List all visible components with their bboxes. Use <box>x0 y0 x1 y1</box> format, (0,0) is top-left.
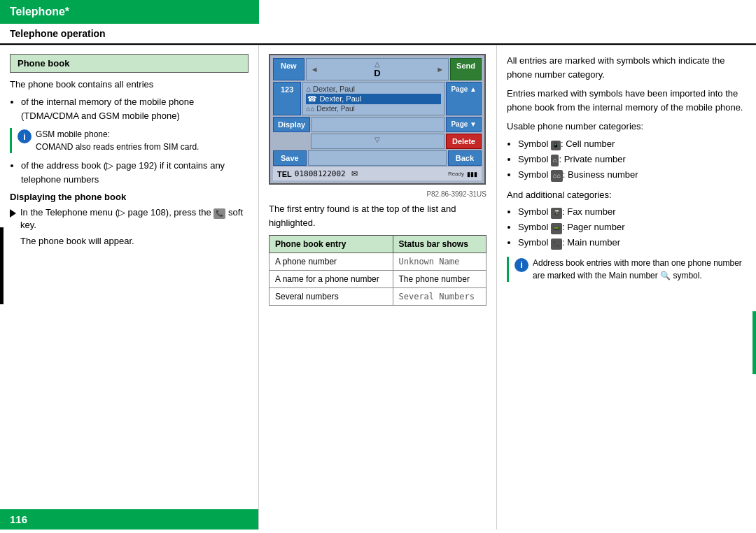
phone-screen-top: ◄ △ D ► <box>306 58 449 80</box>
displaying-heading: Displaying the phone book <box>10 192 248 202</box>
info-icon-right: i <box>514 258 528 272</box>
nav-right-arrow[interactable]: ► <box>436 65 444 73</box>
col1-header: Phone book entry <box>270 236 393 253</box>
arrow-icon <box>10 209 16 218</box>
usable-bullet-3: Symbol ⌂⌂: Business number <box>518 167 746 183</box>
usable-bullets: Symbol 📱: Cell number Symbol ⌂: Private … <box>518 136 746 183</box>
step1-text: In the Telephone menu (▷ page 108), pres… <box>20 206 248 232</box>
subheader-bar: Telephone operation <box>0 24 259 45</box>
right-para1: All entries are marked with symbols whic… <box>507 54 746 81</box>
signal-icon: ▮▮▮ <box>467 171 477 178</box>
phone-ui: New ◄ △ D ► Send <box>269 54 486 185</box>
phone-names: ⌂ Dexter, Paul ☎ Dexter, Paul ⌂⌂ Dexter,… <box>302 82 444 115</box>
home-icon: ⌂ <box>551 155 559 166</box>
phone-book-bullets: of the internal memory of the mobile pho… <box>21 95 248 122</box>
page-title: Telephone* <box>10 6 69 17</box>
bullet-item-1: of the internal memory of the mobile pho… <box>21 95 248 122</box>
table-row-2: A name for a phone number The phone numb… <box>270 271 486 288</box>
phone-book-bullets-2: of the address book (▷ page 192) if it c… <box>21 159 248 186</box>
intro-text: The phone book contains all entries <box>10 78 248 91</box>
info-text-gsm: GSM mobile phone: COMAND also reads entr… <box>36 128 199 153</box>
bullet-item-2: of the address book (▷ page 192) if it c… <box>21 159 248 186</box>
nav-left-arrow[interactable]: ◄ <box>311 65 318 73</box>
tel-row: TEL 01808122002 ✉ Ready ▮▮▮ <box>273 167 482 180</box>
usable-label: Usable phone number categories: <box>507 120 746 134</box>
phonebook-table: Phone book entry Status bar shows A phon… <box>269 235 486 306</box>
caption-text: P82.86-3992-31US <box>269 190 486 198</box>
row2-col2: The phone number <box>393 271 486 288</box>
btn-send[interactable]: Send <box>450 58 482 80</box>
info-box-gsm: i GSM mobile phone: COMAND also reads en… <box>10 128 248 153</box>
btn-save[interactable]: Save <box>273 150 307 166</box>
row3-col2: Several Numbers <box>393 288 486 306</box>
btn-new[interactable]: New <box>273 58 304 80</box>
ready-label: Ready <box>448 171 464 177</box>
subtitle: Telephone operation <box>10 28 106 39</box>
soft-key-icon: 📞 <box>214 208 225 219</box>
add-bullet-3: Symbol 📞: Main number <box>518 235 746 250</box>
page-number-bar: 116 <box>0 509 259 530</box>
info-text-right: Address book entries with more than one … <box>533 257 746 282</box>
tel-label: TEL <box>277 170 292 178</box>
btn-page-up[interactable]: Page ▲ <box>446 82 482 115</box>
usable-bullet-2: Symbol ⌂: Private number <box>518 152 746 167</box>
name2-selected: ☎ Dexter, Paul <box>306 94 441 104</box>
phone-book-section-box: Phone book <box>10 54 248 73</box>
additional-bullets: Symbol 📠: Fax number Symbol 📟: Pager num… <box>518 204 746 250</box>
name1: ⌂ Dexter, Paul <box>306 84 441 94</box>
tel-number: 01808122002 <box>295 169 346 178</box>
add-bullet-1: Symbol 📠: Fax number <box>518 204 746 220</box>
table-row-3: Several numbers Several Numbers <box>270 288 486 306</box>
name3: ⌂⌂ Dexter, Paul <box>306 104 441 113</box>
btn-page-down[interactable]: Page ▼ <box>446 117 482 132</box>
row3-col1: Several numbers <box>270 288 393 306</box>
step2-text: The phone book will appear. <box>20 235 248 248</box>
envelope-icon: ✉ <box>351 169 358 178</box>
add-bullet-2: Symbol 📟: Pager number <box>518 220 746 235</box>
mid-desc: The first entry found is at the top of t… <box>269 202 486 229</box>
additional-label: And additional categories: <box>507 188 746 202</box>
fax-icon: 📠 <box>551 208 562 219</box>
row2-col1: A name for a phone number <box>270 271 393 288</box>
pager-icon: 📟 <box>551 223 562 234</box>
main-icon: 📞 <box>551 239 562 250</box>
btn-delete[interactable]: Delete <box>446 134 482 149</box>
row1-col2: Unknown Name <box>393 253 486 271</box>
btn-123[interactable]: 123 <box>273 82 301 115</box>
col2-header: Status bar shows <box>393 236 486 253</box>
cell-icon: 📱 <box>551 141 561 150</box>
header-bar: Telephone* <box>0 0 259 24</box>
right-para2: Entries marked with symbols have been im… <box>507 87 746 114</box>
usable-bullet-1: Symbol 📱: Cell number <box>518 136 746 152</box>
business-icon: ⌂⌂ <box>551 170 563 182</box>
row1-col1: A phone number <box>270 253 393 271</box>
step1-row: In the Telephone menu (▷ page 108), pres… <box>10 206 248 232</box>
info-icon: i <box>18 129 31 143</box>
info-box-right: i Address book entries with more than on… <box>507 257 746 282</box>
btn-back[interactable]: Back <box>448 150 482 166</box>
table-row-1: A phone number Unknown Name <box>270 253 486 271</box>
btn-display[interactable]: Display <box>273 117 310 132</box>
